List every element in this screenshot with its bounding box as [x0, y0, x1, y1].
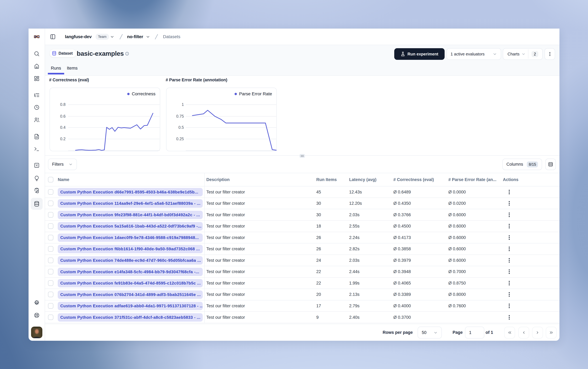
- svg-text:0.2: 0.2: [60, 137, 66, 141]
- svg-text:0.25: 0.25: [176, 137, 184, 141]
- svg-text:0.6: 0.6: [60, 114, 66, 118]
- svg-text:0.4: 0.4: [60, 125, 66, 130]
- svg-text:0.8: 0.8: [60, 102, 66, 107]
- svg-text:1: 1: [182, 102, 184, 107]
- svg-text:0.5: 0.5: [178, 125, 184, 130]
- svg-text:0.75: 0.75: [176, 114, 184, 118]
